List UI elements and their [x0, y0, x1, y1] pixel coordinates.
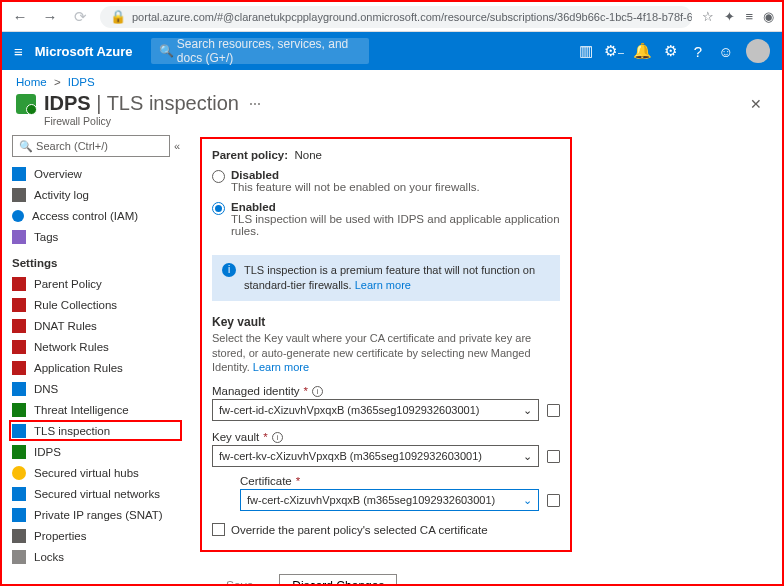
browser-forward-icon[interactable]: →	[40, 8, 60, 25]
pip-icon	[12, 508, 26, 522]
sidebar-item-label: Rule Collections	[34, 299, 117, 311]
copy-icon[interactable]	[547, 450, 560, 463]
sidebar-item-properties[interactable]: Properties	[12, 525, 180, 546]
reading-list-icon[interactable]: ≡	[745, 9, 753, 24]
ti-icon	[12, 403, 26, 417]
profile-icon[interactable]: ◉	[763, 9, 774, 24]
sidebar-search-placeholder: Search (Ctrl+/)	[36, 140, 108, 152]
save-button[interactable]: Save	[214, 574, 265, 586]
tls-icon	[12, 424, 26, 438]
collapse-sidebar-icon[interactable]: «	[174, 140, 180, 152]
learn-more-link[interactable]: Learn more	[253, 361, 309, 373]
global-search-input[interactable]: 🔍 Search resources, services, and docs (…	[151, 38, 370, 64]
page-subtitle: Firewall Policy	[44, 115, 782, 131]
sidebar-item-application-rules[interactable]: Application Rules	[12, 357, 180, 378]
idps-icon	[12, 445, 26, 459]
sidebar-item-label: Tags	[34, 231, 58, 243]
sidebar-item-label: Parent Policy	[34, 278, 102, 290]
copy-icon[interactable]	[547, 404, 560, 417]
sidebar-item-tags[interactable]: Tags	[12, 226, 180, 247]
content-pane: Parent policy: None Disabled This featur…	[186, 131, 782, 586]
cloud-shell-icon[interactable]: ▥	[572, 42, 600, 60]
help-icon[interactable]: ?	[684, 43, 712, 60]
search-icon: 🔍	[159, 44, 174, 58]
sidebar-item-label: DNAT Rules	[34, 320, 97, 332]
sidebar-item-private-ip-ranges-snat-[interactable]: Private IP ranges (SNAT)	[12, 504, 180, 525]
feedback-icon[interactable]: ☺	[712, 43, 740, 60]
svn-icon	[12, 487, 26, 501]
sidebar-item-label: Access control (IAM)	[32, 210, 138, 222]
url-text: portal.azure.com/#@claranetukpcpplaygrou…	[132, 11, 692, 23]
copy-icon[interactable]	[547, 494, 560, 507]
more-actions-icon[interactable]: ⋯	[249, 97, 263, 111]
learn-more-link[interactable]: Learn more	[355, 279, 411, 291]
sidebar-item-activity-log[interactable]: Activity log	[12, 184, 180, 205]
sidebar-item-label: Secured virtual hubs	[34, 467, 139, 479]
chevron-down-icon: ⌄	[523, 494, 532, 507]
lock-icon: 🔒	[110, 9, 126, 24]
tls-inspection-panel: Parent policy: None Disabled This featur…	[200, 137, 572, 552]
info-icon[interactable]: i	[312, 386, 323, 397]
avatar[interactable]	[746, 39, 770, 63]
tag-icon	[12, 230, 26, 244]
breadcrumb-home[interactable]: Home	[16, 76, 47, 88]
breadcrumb-current[interactable]: IDPS	[68, 76, 95, 88]
notifications-icon[interactable]: 🔔	[628, 42, 656, 60]
ov-icon	[12, 167, 26, 181]
sidebar-item-secured-virtual-networks[interactable]: Secured virtual networks	[12, 483, 180, 504]
star-icon[interactable]: ☆	[702, 9, 714, 24]
dns-icon	[12, 382, 26, 396]
sidebar-item-label: Application Rules	[34, 362, 123, 374]
close-blade-icon[interactable]: ✕	[750, 96, 768, 112]
sidebar-item-label: Private IP ranges (SNAT)	[34, 509, 163, 521]
sidebar-item-label: Properties	[34, 530, 86, 542]
info-icon[interactable]: i	[272, 432, 283, 443]
sidebar-item-secured-virtual-hubs[interactable]: Secured virtual hubs	[12, 462, 180, 483]
lock-icon	[12, 550, 26, 564]
chevron-down-icon: ⌄	[523, 404, 532, 417]
sidebar-search-input[interactable]: 🔍 Search (Ctrl+/)	[12, 135, 170, 157]
sidebar-item-overview[interactable]: Overview	[12, 163, 180, 184]
browser-back-icon[interactable]: ←	[10, 8, 30, 25]
sidebar-item-network-rules[interactable]: Network Rules	[12, 336, 180, 357]
sidebar-item-tls-inspection[interactable]: TLS inspection	[9, 420, 182, 441]
keyvault-select[interactable]: fw-cert-kv-cXizuvhVpxqxB (m365seg1092932…	[212, 445, 539, 467]
extension-icon[interactable]: ✦	[724, 9, 735, 24]
page-title-row: IDPS | TLS inspection ⋯ ✕	[2, 88, 782, 117]
sidebar-item-rule-collections[interactable]: Rule Collections	[12, 294, 180, 315]
radio-disabled[interactable]: Disabled This feature will not be enable…	[212, 169, 560, 193]
sidebar-item-locks[interactable]: Locks	[12, 546, 180, 567]
url-bar[interactable]: 🔒 portal.azure.com/#@claranetukpcpplaygr…	[100, 6, 692, 28]
radio-disabled-title: Disabled	[231, 169, 279, 181]
sidebar-item-parent-policy[interactable]: Parent Policy	[12, 273, 180, 294]
keyvault-description: Select the Key vault where your CA certi…	[212, 331, 560, 376]
resource-icon	[16, 94, 36, 114]
sidebar-item-label: TLS inspection	[34, 425, 110, 437]
sidebar-item-label: Threat Intelligence	[34, 404, 129, 416]
iam-icon	[12, 210, 24, 222]
radio-enabled[interactable]: Enabled TLS inspection will be used with…	[212, 201, 560, 237]
dnat-icon	[12, 319, 26, 333]
nav-section-settings: Settings	[12, 257, 180, 269]
hamburger-icon[interactable]: ≡	[14, 43, 23, 60]
sidebar-item-threat-intelligence[interactable]: Threat Intelligence	[12, 399, 180, 420]
browser-reload-icon[interactable]: ⟳	[70, 8, 90, 26]
sidebar-item-idps[interactable]: IDPS	[12, 441, 180, 462]
keyvault-field-label: Key vault*i	[212, 431, 560, 443]
sidebar-item-label: IDPS	[34, 446, 61, 458]
search-icon: 🔍	[19, 140, 33, 153]
sidebar-item-access-control-iam-[interactable]: Access control (IAM)	[12, 205, 180, 226]
managed-identity-select[interactable]: fw-cert-id-cXizuvhVpxqxB (m365seg1092932…	[212, 399, 539, 421]
settings-icon[interactable]: ⚙	[656, 42, 684, 60]
prop-icon	[12, 529, 26, 543]
filter-icon[interactable]: ⚙₋	[600, 42, 628, 60]
override-label: Override the parent policy's selected CA…	[231, 524, 488, 536]
override-checkbox-row[interactable]: Override the parent policy's selected CA…	[212, 523, 560, 536]
certificate-label: Certificate*	[240, 475, 560, 487]
certificate-select[interactable]: fw-cert-cXizuvhVpxqxB (m365seg1092932603…	[240, 489, 539, 511]
discard-button[interactable]: Discard Changes	[279, 574, 397, 586]
sidebar-item-dns[interactable]: DNS	[12, 378, 180, 399]
keyvault-heading: Key vault	[212, 315, 560, 329]
breadcrumb: Home > IDPS	[2, 70, 782, 88]
sidebar-item-dnat-rules[interactable]: DNAT Rules	[12, 315, 180, 336]
